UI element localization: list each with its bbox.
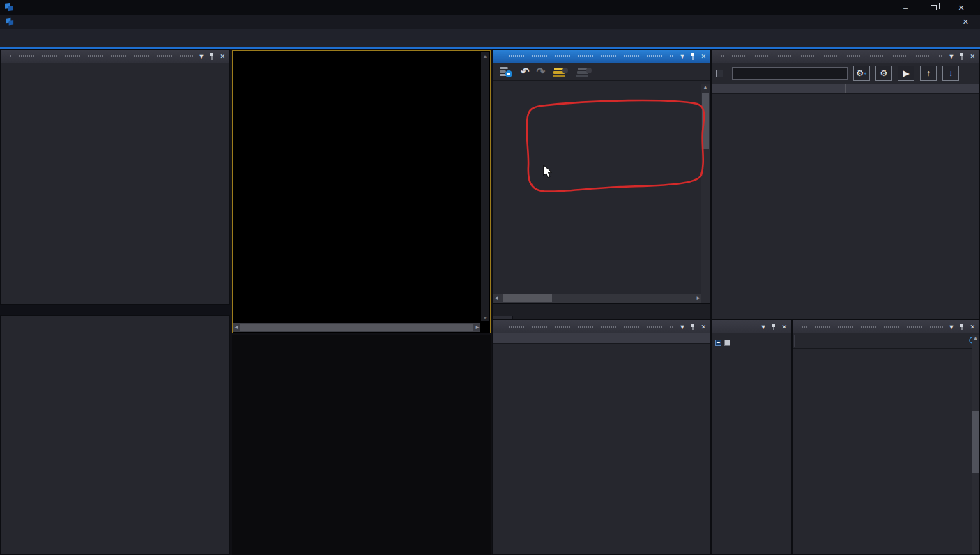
feature-view-title: ▼ ✕: [793, 320, 979, 333]
execute-all-icon[interactable]: [576, 66, 592, 78]
object-level-settings-panel: [0, 315, 230, 555]
view-settings-tree: [1, 82, 229, 85]
map-view-area: ▲▼ ◄►: [230, 49, 492, 555]
classification-map-canvas[interactable]: [252, 371, 474, 555]
vertical-scrollbar[interactable]: ▲▼: [481, 52, 489, 321]
pin-icon[interactable]: [771, 324, 776, 330]
view-settings-panel: ▼ ✕: [0, 49, 230, 305]
chevron-down-icon[interactable]: ▼: [680, 53, 686, 60]
close-icon[interactable]: ✕: [700, 53, 706, 60]
execute-icon[interactable]: [552, 66, 569, 78]
process-tree-panel: ▼ ✕ ↶ ↷ ▲ ◄►: [492, 49, 711, 319]
close-icon[interactable]: ✕: [970, 324, 975, 330]
title-bar: – ✕: [0, 0, 980, 15]
undo-icon[interactable]: ↶: [521, 66, 530, 78]
feature-view-panel: ▼ ✕ ▲: [792, 319, 980, 555]
pin-icon[interactable]: [690, 324, 696, 330]
feature-tree: [793, 351, 972, 554]
process-name-controls: ⚙+ ⚙ ▶ ↑ ↓: [712, 63, 979, 84]
minimize-icon[interactable]: –: [901, 3, 910, 13]
close-icon[interactable]: ✕: [970, 53, 975, 60]
search-input[interactable]: [794, 335, 980, 347]
pin-icon[interactable]: [209, 53, 215, 60]
column-value: [606, 333, 710, 343]
column-value: [845, 84, 979, 93]
close-icon[interactable]: ✕: [220, 53, 225, 60]
restore-icon[interactable]: [928, 3, 938, 13]
vertical-scrollbar[interactable]: ▲: [701, 84, 710, 303]
process-tree-toolbar: ↶ ↷: [493, 63, 710, 81]
chevron-down-icon[interactable]: ▼: [949, 53, 955, 60]
close-icon[interactable]: ✕: [781, 324, 787, 330]
chevron-down-icon[interactable]: ▼: [949, 324, 955, 330]
pin-icon[interactable]: [959, 324, 965, 330]
chevron-down-icon[interactable]: ▼: [680, 324, 686, 330]
process-tree-tab-bar: [493, 303, 710, 319]
app-window: – ✕ ✕ ▼ ✕: [0, 0, 980, 555]
image-object-information-title: ▼ ✕: [493, 320, 710, 333]
view-settings-toolbar: [1, 63, 229, 82]
process-tree-title: ▼ ✕: [493, 50, 710, 63]
close-icon[interactable]: ✕: [956, 3, 966, 13]
menu-bar: ✕: [0, 15, 980, 29]
document-icon: [6, 17, 15, 26]
feature-search-bar: [793, 333, 979, 349]
map-view-bottom[interactable]: [232, 335, 491, 555]
advanced-settings-button[interactable]: ⚙: [875, 66, 892, 81]
app-icon: [4, 3, 14, 13]
pin-icon[interactable]: [959, 53, 965, 60]
vertical-scrollbar[interactable]: ▲: [972, 335, 979, 554]
main-toolbar: [0, 29, 980, 49]
chevron-down-icon[interactable]: ▼: [199, 53, 205, 60]
move-up-button[interactable]: ↑: [920, 66, 937, 81]
pin-icon[interactable]: [690, 53, 696, 60]
process-properties-panel: ▼ ✕ ⚙+ ⚙ ▶ ↑ ↓: [711, 49, 980, 319]
classified-map-canvas[interactable]: [252, 82, 474, 302]
close-icon[interactable]: ✕: [700, 324, 706, 330]
settings-table-header: [712, 84, 979, 94]
redo-icon[interactable]: ↷: [537, 66, 546, 78]
auto-name-checkbox[interactable]: [716, 70, 723, 77]
image-object-information-panel: ▼ ✕: [492, 319, 711, 555]
move-down-button[interactable]: ↓: [942, 66, 959, 81]
class-hierarchy-panel: ▼ ✕ −: [711, 319, 792, 555]
document-close-icon[interactable]: ✕: [963, 17, 974, 26]
chevron-down-icon[interactable]: ▼: [760, 324, 767, 330]
execute-button[interactable]: ▶: [898, 66, 914, 81]
tab-main[interactable]: [493, 316, 513, 319]
process-name-input[interactable]: [732, 67, 848, 80]
horizontal-scrollbar[interactable]: ◄►: [493, 294, 701, 303]
algorithm-settings-button[interactable]: ⚙+: [853, 66, 870, 81]
map-view-top[interactable]: ▲▼ ◄►: [232, 50, 491, 333]
feature-table-header: [493, 333, 710, 344]
process-properties-title: ▼ ✕: [712, 50, 979, 63]
process-tree-rows: [493, 84, 701, 294]
workspace: ▼ ✕ ▲▼ ◄►: [0, 49, 980, 555]
class-hierarchy-title: ▼ ✕: [712, 320, 791, 333]
view-settings-title: ▼ ✕: [1, 50, 229, 63]
process-lock-icon[interactable]: [498, 66, 514, 78]
classes-root-node[interactable]: −: [712, 337, 791, 348]
horizontal-scrollbar[interactable]: ◄►: [233, 323, 480, 332]
